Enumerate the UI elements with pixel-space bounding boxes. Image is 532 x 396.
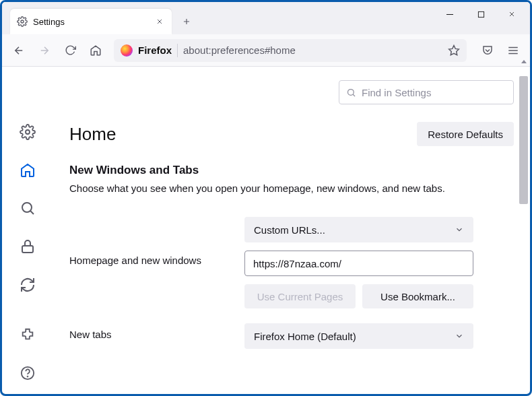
minimize-button[interactable] (434, 2, 465, 26)
homepage-mode-value: Custom URLs... (254, 224, 325, 236)
content: Home Restore Defaults New Windows and Ta… (2, 67, 530, 394)
settings-main: Home Restore Defaults New Windows and Ta… (53, 67, 530, 394)
tab-title: Settings (33, 17, 149, 27)
svg-point-5 (22, 203, 32, 212)
reload-button[interactable] (59, 39, 81, 62)
scrollbar-thumb[interactable] (519, 76, 528, 204)
tab-close-button[interactable] (154, 16, 165, 27)
app-menu-button[interactable] (502, 39, 525, 62)
svg-rect-6 (22, 246, 33, 253)
use-current-pages-button[interactable]: Use Current Pages (244, 284, 356, 308)
svg-point-8 (28, 376, 28, 376)
homepage-url-input[interactable] (244, 251, 473, 276)
home-button[interactable] (84, 39, 107, 62)
newtabs-mode-select[interactable]: Firefox Home (Default) (244, 323, 473, 349)
sidebar-item-general[interactable] (14, 119, 41, 145)
address-url: about:preferences#home (183, 44, 442, 56)
sidebar-item-privacy[interactable] (14, 234, 41, 260)
sidebar-item-home[interactable] (14, 158, 41, 184)
page-title: Home (69, 124, 116, 145)
chevron-down-icon (455, 331, 464, 341)
bookmark-star-icon[interactable] (448, 44, 460, 57)
titlebar: Settings (2, 2, 530, 34)
homepage-label: Homepage and new windows (69, 255, 224, 266)
use-bookmark-button[interactable]: Use Bookmark... (362, 284, 473, 308)
svg-rect-2 (478, 11, 484, 17)
sidebar-item-sync[interactable] (14, 271, 41, 298)
newtabs-label: New tabs (69, 329, 224, 340)
section-description: Choose what you see when you open your h… (69, 183, 514, 194)
homepage-mode-select[interactable]: Custom URLs... (244, 217, 473, 242)
svg-marker-3 (449, 45, 459, 55)
firefox-logo-icon (121, 44, 133, 57)
restore-defaults-button[interactable]: Restore Defaults (417, 122, 514, 146)
section-heading: New Windows and Tabs (69, 164, 514, 177)
search-icon (346, 88, 356, 98)
new-tab-button[interactable] (176, 11, 197, 32)
sidebar-item-extensions[interactable] (14, 322, 41, 348)
address-bar[interactable]: Firefox about:preferences#home (114, 39, 467, 62)
pocket-button[interactable] (476, 39, 499, 62)
settings-search[interactable] (339, 80, 514, 104)
tab-settings[interactable]: Settings (10, 9, 172, 34)
settings-search-input[interactable] (362, 87, 506, 98)
svg-point-9 (348, 89, 354, 95)
addr-divider (177, 44, 178, 57)
svg-point-4 (26, 130, 30, 134)
sidebar-item-help[interactable] (14, 360, 41, 386)
newtabs-mode-value: Firefox Home (Default) (254, 331, 356, 342)
settings-sidebar (2, 67, 53, 394)
gear-icon (17, 16, 28, 27)
maximize-button[interactable] (465, 2, 496, 26)
sidebar-item-search[interactable] (14, 195, 41, 222)
svg-rect-1 (446, 14, 453, 15)
chevron-down-icon (455, 225, 464, 234)
toolbar: Firefox about:preferences#home (2, 34, 530, 67)
close-button[interactable] (496, 2, 527, 26)
address-identity: Firefox (138, 44, 172, 56)
back-button[interactable] (7, 39, 30, 62)
forward-button[interactable] (33, 39, 56, 62)
svg-point-0 (21, 20, 24, 23)
